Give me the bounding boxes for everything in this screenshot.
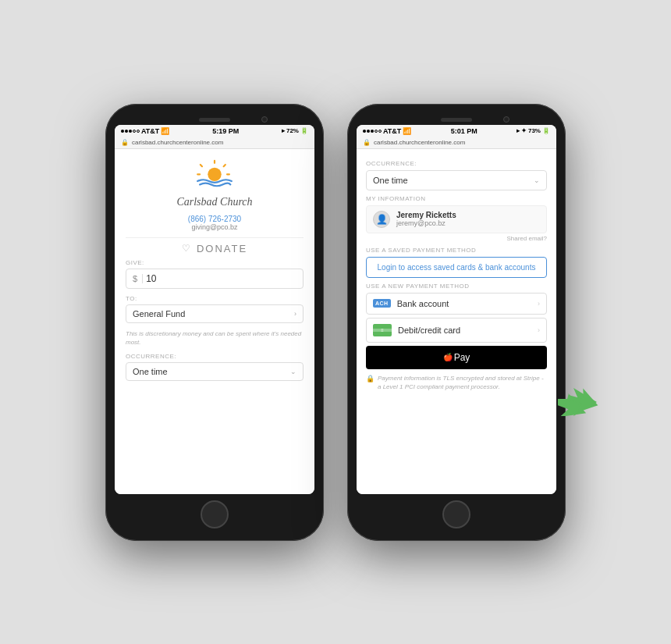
battery-left: 72% [286,127,299,134]
security-note: 🔒 Payment information is TLS encrypted a… [366,374,547,391]
user-name: Jeremy Ricketts [396,211,456,219]
carrier-left: AT&T [141,127,159,135]
give-label: GIVE: [126,259,304,266]
user-info-row: 👤 Jeremy Ricketts jeremy@pco.bz [366,205,547,233]
location-right: ▸ [517,127,520,134]
bank-account-label: Bank account [397,299,449,308]
lock-icon-right: 🔒 [363,139,371,146]
church-phone[interactable]: (866) 726-2730 [126,215,304,223]
card-option[interactable]: ≡ Debit/credit card › [366,318,547,343]
my-info-label: MY INFORMATION [366,195,547,202]
card-label: Debit/credit card [398,326,460,335]
battery-right: 73% [528,127,541,134]
new-payment-label: USE A NEW PAYMENT METHOD [366,283,547,290]
card-chevron-icon: › [538,326,540,334]
phone-right: AT&T 📶 5:01 PM ▸ ✦ 73% 🔋 🔒 carlsbad.chur… [347,104,566,541]
speaker-left [199,118,230,122]
phone-left: AT&T 📶 5:19 PM ▸ 72% 🔋 🔒 carlsbad.church… [105,104,324,541]
camera-right [503,116,509,123]
amount-input[interactable]: $ 10 [126,269,304,289]
battery-icon-left: 🔋 [300,127,308,134]
svg-line-4 [201,165,202,166]
address-bar-left: 🔒 carlsbad.churchcenteronline.com [115,137,314,149]
speaker-right [441,118,472,122]
heart-icon: ♡ [182,243,192,254]
church-logo-svg [191,158,238,190]
ach-badge: ACH [373,299,391,308]
url-right: carlsbad.churchcenteronline.com [374,139,465,146]
wifi-left: 📶 [161,127,169,135]
green-arrow [566,386,600,420]
card-badge: ≡ [373,324,392,336]
occurrence-dropdown-right[interactable]: One time ⌄ [366,170,547,190]
location-left: ▸ [282,127,285,134]
avatar: 👤 [373,211,390,228]
amount-value: 10 [146,273,156,284]
lock-icon-left: 🔒 [121,139,129,146]
fund-select[interactable]: General Fund › [126,304,304,323]
church-email: giving@pco.bz [126,223,304,231]
occurrence-chevron-icon-left: ⌄ [290,368,296,375]
carrier-right: AT&T [383,127,401,135]
svg-line-2 [224,165,225,166]
shared-email[interactable]: Shared email? [366,235,547,242]
occurrence-select-left[interactable]: One time ⌄ [126,362,304,381]
saved-payment-label: USE A SAVED PAYMENT METHOD [366,247,547,254]
church-name: Carlsbad Church [126,196,304,208]
home-button-right[interactable] [442,500,470,528]
page-container: AT&T 📶 5:19 PM ▸ 72% 🔋 🔒 carlsbad.church… [0,0,671,644]
security-lock-icon: 🔒 [366,375,375,382]
donate-label: DONATE [197,243,247,254]
apple-pay-label: Pay [454,352,470,363]
dollar-sign: $ [133,274,143,283]
screen-left: AT&T 📶 5:19 PM ▸ 72% 🔋 🔒 carlsbad.church… [115,125,314,494]
bank-chevron-icon: › [538,300,540,308]
to-label: TO: [126,295,304,302]
occurrence-label-right: OCCURRENCE: [366,160,547,167]
occurrence-label-left: OCCURRENCE: [126,353,304,360]
fund-value: General Fund [133,309,185,318]
security-text: Payment information is TLS encrypted and… [378,374,547,391]
status-bar-right: AT&T 📶 5:01 PM ▸ ✦ 73% 🔋 [357,125,556,137]
svg-point-0 [208,167,221,180]
login-button[interactable]: Login to access saved cards & bank accou… [366,257,547,278]
url-left: carlsbad.churchcenteronline.com [132,139,223,146]
time-right: 5:01 PM [451,127,478,135]
camera-left [261,116,268,123]
bluetooth-right: ✦ [521,127,527,134]
user-email: jeremy@pco.bz [396,219,456,227]
fund-description: This is discretionary money and can be s… [126,329,304,347]
screen-right: AT&T 📶 5:01 PM ▸ ✦ 73% 🔋 🔒 carlsbad.chur… [357,125,556,494]
wifi-right: 📶 [403,127,411,135]
status-bar-left: AT&T 📶 5:19 PM ▸ 72% 🔋 [115,125,314,137]
occurrence-chevron-right: ⌄ [534,176,540,184]
home-button-left[interactable] [201,500,229,528]
user-details: Jeremy Ricketts jeremy@pco.bz [396,211,456,227]
occurrence-value-left: One time [133,367,168,376]
battery-icon-right: 🔋 [542,127,550,134]
apple-pay-button[interactable]: 🍎 Pay [366,346,547,369]
occurrence-value-right: One time [373,176,408,185]
apple-icon: 🍎 [443,353,453,361]
bank-account-option[interactable]: ACH Bank account › [366,293,547,315]
address-bar-right: 🔒 carlsbad.churchcenteronline.com [357,137,556,149]
donate-header: ♡ DONATE [126,243,304,254]
divider-1 [126,237,304,238]
fund-chevron-icon: › [294,310,296,318]
time-left: 5:19 PM [212,127,239,135]
